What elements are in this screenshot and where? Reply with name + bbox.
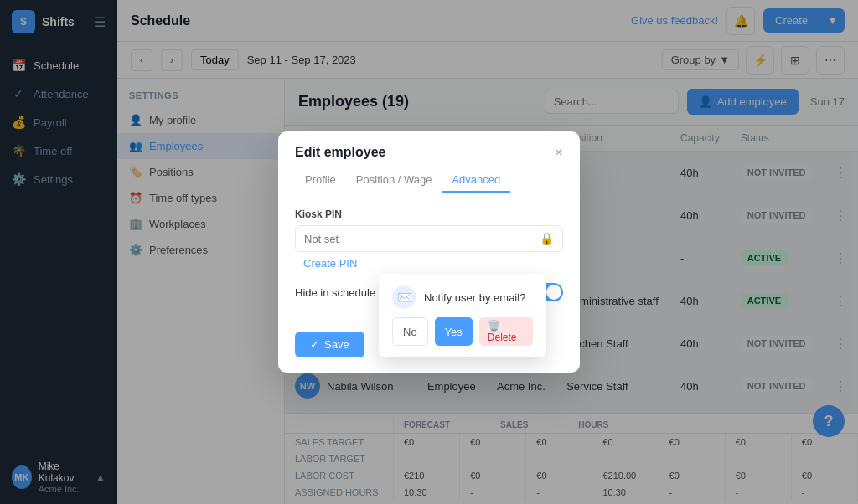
lock-icon: 🔒: [540, 232, 554, 245]
toggle-knob: [546, 285, 561, 300]
edit-employee-modal: Edit employee × Profile Position / Wage …: [278, 131, 580, 373]
notify-buttons: No Yes 🗑️ Delete: [392, 317, 533, 346]
create-pin-link[interactable]: Create PIN: [303, 257, 563, 270]
pin-input-wrapper: 🔒: [295, 225, 563, 252]
notify-icon-row: ✉️ Notify user by email?: [392, 285, 533, 309]
modal-header: Edit employee ×: [278, 131, 580, 160]
modal-tabs: Profile Position / Wage Advanced: [278, 160, 580, 193]
modal-title: Edit employee: [295, 145, 385, 160]
notify-yes-button[interactable]: Yes: [435, 317, 473, 346]
modal-close-button[interactable]: ×: [554, 145, 563, 160]
tab-position-wage[interactable]: Position / Wage: [346, 168, 442, 193]
notify-popup: ✉️ Notify user by email? No Yes 🗑️ Delet…: [379, 274, 546, 357]
tab-profile[interactable]: Profile: [295, 168, 346, 193]
pin-input[interactable]: [304, 233, 540, 245]
modal-overlay[interactable]: Edit employee × Profile Position / Wage …: [0, 0, 858, 504]
notify-no-button[interactable]: No: [392, 317, 428, 346]
notify-text: Notify user by email?: [424, 291, 533, 304]
save-button[interactable]: ✓ Save: [295, 332, 364, 357]
mail-icon: ✉️: [392, 285, 416, 309]
tab-advanced[interactable]: Advanced: [442, 168, 510, 193]
hide-schedule-label: Hide in schedule: [295, 286, 375, 299]
kiosk-pin-label: Kiosk PIN: [295, 208, 563, 220]
delete-badge[interactable]: 🗑️ Delete: [479, 317, 533, 346]
checkmark-icon: ✓: [310, 338, 319, 351]
